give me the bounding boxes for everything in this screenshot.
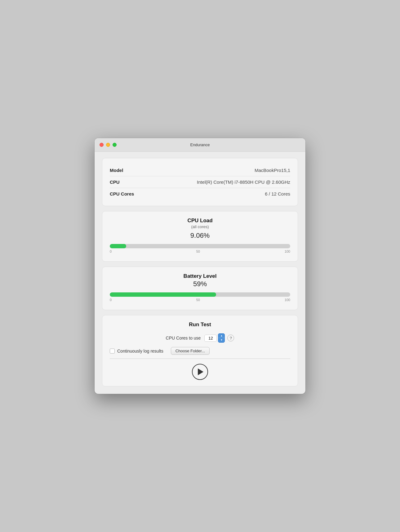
- run-test-title: Run Test: [110, 322, 290, 328]
- cpu-load-mid-label: 50: [196, 250, 200, 253]
- cpu-load-title: CPU Load: [110, 218, 290, 224]
- stepper-down-button[interactable]: ▼: [218, 338, 224, 342]
- cpu-cores-value: 6 / 12 Cores: [182, 188, 290, 200]
- window-title: Endurance: [190, 142, 210, 147]
- cpu-cores-row: CPU Cores 6 / 12 Cores: [110, 188, 290, 200]
- cpu-cores-row: CPU Cores to use 12 ▲ ▼ ?: [110, 333, 290, 343]
- battery-min-label: 0: [110, 298, 112, 302]
- run-button[interactable]: [192, 364, 208, 380]
- titlebar: Endurance: [95, 138, 305, 152]
- cpu-load-subtitle: (all cores): [110, 224, 290, 229]
- traffic-lights: [100, 143, 117, 147]
- battery-title: Battery Level: [110, 273, 290, 279]
- cpu-load-card: CPU Load (all cores) 9.06% 0 50 100: [102, 211, 298, 262]
- continuous-log-row: Continuously log results Choose Folder..…: [110, 347, 290, 355]
- stepper-buttons: ▲ ▼: [218, 333, 225, 343]
- battery-mid-label: 50: [196, 298, 200, 302]
- help-button[interactable]: ?: [227, 335, 234, 341]
- cpu-load-labels: 0 50 100: [110, 250, 290, 253]
- cpu-load-bar-bg: [110, 244, 290, 248]
- battery-card: Battery Level 59% 0 50 100: [102, 267, 298, 310]
- cpu-cores-label: CPU Cores: [110, 188, 182, 200]
- app-window: Endurance Model MacBookPro15,1 CPU Intel…: [95, 138, 305, 394]
- cpu-load-max-label: 100: [285, 250, 290, 253]
- cpu-cores-stepper-value: 12: [204, 335, 217, 342]
- run-button-container: [110, 363, 290, 380]
- continuous-log-label: Continuously log results: [117, 349, 163, 354]
- model-label: Model: [110, 165, 182, 176]
- minimize-button[interactable]: [106, 143, 110, 147]
- cpu-label: CPU: [110, 176, 182, 188]
- choose-folder-button[interactable]: Choose Folder...: [171, 347, 210, 355]
- cpu-row: CPU Intel(R) Core(TM) i7-8850H CPU @ 2.6…: [110, 176, 290, 188]
- model-row: Model MacBookPro15,1: [110, 165, 290, 176]
- main-content: Model MacBookPro15,1 CPU Intel(R) Core(T…: [95, 152, 305, 394]
- battery-max-label: 100: [285, 298, 290, 302]
- continuous-log-checkbox[interactable]: [110, 349, 115, 354]
- cpu-load-progress: 0 50 100: [110, 244, 290, 253]
- close-button[interactable]: [100, 143, 104, 147]
- battery-progress: 0 50 100: [110, 292, 290, 302]
- cpu-load-value: 9.06%: [110, 232, 290, 240]
- battery-bar-fill: [110, 292, 216, 297]
- cpu-load-min-label: 0: [110, 250, 112, 253]
- stepper-up-button[interactable]: ▲: [218, 334, 224, 338]
- model-value: MacBookPro15,1: [182, 165, 290, 176]
- battery-bar-bg: [110, 292, 290, 297]
- play-icon: [198, 368, 203, 375]
- battery-labels: 0 50 100: [110, 298, 290, 302]
- divider: [110, 358, 290, 359]
- cpu-value: Intel(R) Core(TM) i7-8850H CPU @ 2.60GHz: [182, 176, 290, 188]
- cpu-cores-use-label: CPU Cores to use: [166, 336, 201, 340]
- battery-value: 59%: [110, 280, 290, 288]
- cpu-load-bar-fill: [110, 244, 126, 248]
- system-info-card: Model MacBookPro15,1 CPU Intel(R) Core(T…: [102, 158, 298, 206]
- run-test-card: Run Test CPU Cores to use 12 ▲ ▼ ? Conti…: [102, 315, 298, 386]
- system-info-table: Model MacBookPro15,1 CPU Intel(R) Core(T…: [110, 165, 290, 200]
- cpu-cores-stepper: 12 ▲ ▼: [204, 333, 225, 343]
- maximize-button[interactable]: [113, 143, 117, 147]
